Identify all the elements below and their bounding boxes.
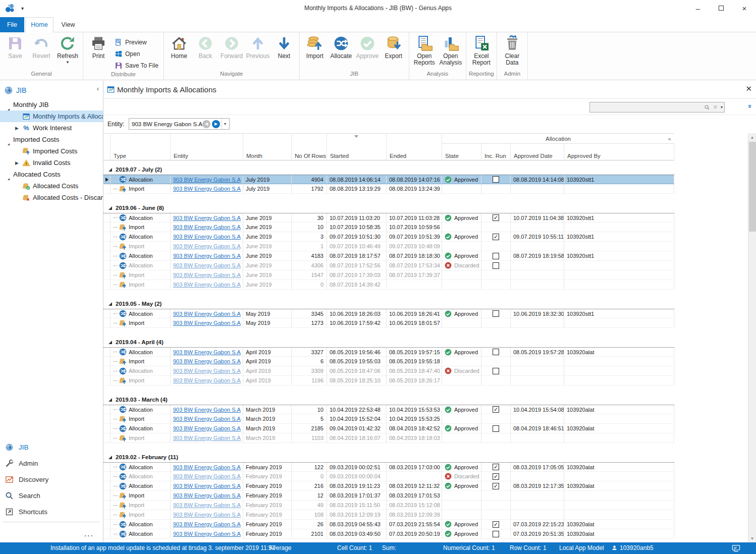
maximize-button[interactable]	[710, 0, 733, 16]
sidebar-item-imported-costs[interactable]: Imported Costs	[0, 145, 103, 157]
group-header-row[interactable]: 2019.02 - February (11)	[103, 452, 674, 462]
entity-next-icon[interactable]: ▶	[212, 120, 220, 128]
column-header-type[interactable]: Type	[111, 134, 171, 161]
inc-run-checkbox[interactable]	[493, 253, 499, 259]
ribbon-button-preview[interactable]: Preview	[112, 36, 161, 48]
expander-icon[interactable]: ▶	[15, 126, 20, 131]
entity-link[interactable]: 903 BW Energy Gabon S.A	[173, 272, 241, 278]
entity-link[interactable]: 903 BW Energy Gabon S.A	[173, 464, 241, 470]
inc-run-checkbox[interactable]: ✓	[493, 464, 499, 470]
table-row[interactable]: Import903 BW Energy Gabon S.AMarch 20191…	[103, 433, 674, 443]
group-header-row[interactable]: 2019.04 - April (4)	[103, 337, 674, 347]
column-header-approved-date[interactable]: Approved Date	[511, 144, 564, 161]
sidebar-item-invalid-costs[interactable]: ▶!Invalid Costs	[0, 157, 103, 169]
group-header-row[interactable]: 2019.07 - July (2)	[103, 164, 674, 175]
entity-link[interactable]: 903 BW Energy Gabon S.A	[173, 368, 241, 374]
table-row[interactable]: Import903 BW Energy Gabon S.AMarch 20195…	[103, 414, 674, 424]
group-expander-icon[interactable]	[109, 206, 112, 210]
sidebar-item-allocated-costs-discarded[interactable]: Allocated Costs - Discarded	[0, 192, 103, 203]
table-row[interactable]: Allocation903 BW Energy Gabon S.AJune 20…	[103, 251, 674, 261]
sidebar-collapse-icon[interactable]: ‹	[97, 85, 99, 92]
table-row[interactable]: Allocation903 BW Energy Gabon S.AJune 20…	[103, 261, 674, 270]
table-row[interactable]: Allocation903 BW Energy Gabon S.AMay 201…	[103, 309, 674, 318]
table-row[interactable]: Import903 BW Energy Gabon S.AJune 201910…	[103, 223, 674, 232]
table-row[interactable]: Import903 BW Energy Gabon S.AJune 201910…	[103, 242, 674, 251]
inc-run-checkbox[interactable]	[493, 176, 499, 183]
table-row[interactable]: Import903 BW Energy Gabon S.AFebruary 20…	[103, 491, 674, 501]
column-header-incrun[interactable]: Inc. Run	[481, 144, 511, 161]
vertical-scrollbar[interactable]: ▲ ▼	[748, 133, 756, 542]
entity-link[interactable]: 903 BW Energy Gabon S.A	[173, 234, 241, 240]
entity-link[interactable]: 903 BW Energy Gabon S.A	[173, 502, 241, 508]
group-expander-icon[interactable]	[109, 302, 112, 306]
inc-run-checkbox[interactable]: ✓	[493, 473, 499, 480]
table-row[interactable]: Import903 BW Energy Gabon S.AFebruary 20…	[103, 510, 674, 520]
ribbon-button-save-to-file[interactable]: Save To File	[112, 60, 161, 71]
more-options-button[interactable]: ...	[84, 529, 94, 538]
table-row[interactable]: Allocation903 BW Energy Gabon S.AApril 2…	[103, 347, 674, 357]
sidebar-nav-admin[interactable]: Admin	[0, 455, 103, 471]
column-header-month[interactable]: Month	[243, 134, 292, 161]
table-row[interactable]: Allocation903 BW Energy Gabon S.AMarch 2…	[103, 405, 674, 414]
scroll-down-icon[interactable]: ▼	[748, 534, 756, 542]
table-row[interactable]: Allocation903 BW Energy Gabon S.AApril 2…	[103, 366, 674, 376]
entity-link[interactable]: 903 BW Energy Gabon S.A	[173, 377, 241, 383]
entity-link[interactable]: 903 BW Energy Gabon S.A	[173, 435, 241, 441]
search-icon[interactable]	[704, 104, 710, 110]
sidebar-item-work-interest[interactable]: ▶%Work Interest	[0, 122, 103, 134]
table-row[interactable]: Allocation903 BW Energy Gabon S.AFebruar…	[103, 481, 674, 491]
table-row[interactable]: Import903 BW Energy Gabon S.AFebruary 20…	[103, 501, 674, 510]
ribbon-button-open-analysis[interactable]: Open Analysis	[438, 33, 464, 66]
column-header-entity[interactable]: Entity	[171, 134, 243, 161]
group-header-row[interactable]: 2019.03 - March (4)	[103, 395, 674, 405]
entity-link[interactable]: 903 BW Energy Gabon S.A	[173, 253, 241, 259]
expand-filter-icon[interactable]: »	[746, 104, 754, 108]
entity-link[interactable]: 903 BW Energy Gabon S.A	[173, 262, 241, 268]
table-row[interactable]: Import903 BW Energy Gabon S.AApril 20191…	[103, 376, 674, 385]
entity-link[interactable]: 903 BW Energy Gabon S.A	[173, 186, 241, 192]
table-row[interactable]: Allocation903 BW Energy Gabon S.AFebruar…	[103, 529, 674, 539]
table-row[interactable]: Allocation903 BW Energy Gabon S.AFebruar…	[103, 520, 674, 529]
entity-link[interactable]: 903 BW Energy Gabon S.A	[173, 407, 241, 413]
entity-link[interactable]: 903 BW Energy Gabon S.A	[173, 492, 241, 498]
tab-home[interactable]: Home	[25, 17, 53, 32]
table-row[interactable]: Import903 BW Energy Gabon S.AJune 201915…	[103, 270, 674, 280]
group-expander-icon[interactable]	[109, 456, 112, 459]
inc-run-checkbox[interactable]	[493, 368, 499, 374]
entity-link[interactable]: 903 BW Energy Gabon S.A	[173, 311, 241, 317]
ribbon-button-allocate[interactable]: Allocate	[328, 33, 354, 60]
ribbon-button-open[interactable]: Open	[112, 48, 161, 60]
entity-link[interactable]: 903 BW Energy Gabon S.A	[173, 512, 241, 518]
table-row[interactable]: Allocation903 BW Energy Gabon S.AMarch 2…	[103, 424, 674, 433]
entity-link[interactable]: 903 BW Energy Gabon S.A	[173, 473, 241, 479]
table-row[interactable]: Allocation903 BW Energy Gabon S.AJune 20…	[103, 213, 674, 223]
inc-run-checkbox[interactable]	[493, 262, 499, 269]
entity-combobox[interactable]: 903 BW Energy Gabon S.A ◀ ▶ ▾	[129, 118, 230, 130]
expander-icon[interactable]	[6, 136, 11, 143]
expander-icon[interactable]	[6, 171, 11, 178]
entity-link[interactable]: 903 BW Energy Gabon S.A	[173, 483, 241, 489]
inc-run-checkbox[interactable]	[493, 349, 499, 355]
sidebar-item-allocated-costs[interactable]: Allocated Costs	[0, 180, 103, 192]
entity-link[interactable]: 903 BW Energy Gabon S.A	[173, 531, 241, 537]
table-row[interactable]: Allocation903 BW Energy Gabon S.AFebruar…	[103, 462, 674, 472]
scrollbar-thumb[interactable]	[749, 142, 756, 232]
ribbon-button-export[interactable]: Export	[381, 33, 407, 60]
column-header-started[interactable]: Started	[327, 134, 387, 161]
entity-link[interactable]: 903 BW Energy Gabon S.A	[173, 416, 241, 422]
inc-run-checkbox[interactable]	[493, 425, 499, 432]
dropdown-caret-icon[interactable]: ▼	[66, 60, 70, 65]
minimize-button[interactable]: –	[686, 0, 710, 16]
tab-file[interactable]: File	[0, 17, 24, 32]
column-header-ended[interactable]: Ended	[387, 134, 442, 161]
table-row[interactable]: Import903 BW Energy Gabon S.AJune 201900…	[103, 280, 674, 290]
collapse-band-icon[interactable]: «	[668, 136, 671, 142]
ribbon-button-print[interactable]: Print	[85, 33, 112, 60]
entity-link[interactable]: 903 BW Energy Gabon S.A	[173, 358, 241, 364]
entity-link[interactable]: 903 BW Energy Gabon S.A	[173, 224, 241, 230]
table-row[interactable]: Allocation903 BW Energy Gabon S.AFebruar…	[103, 472, 674, 481]
tab-view[interactable]: View	[55, 17, 82, 32]
notification-icon[interactable]	[732, 544, 740, 553]
entity-link[interactable]: 903 BW Energy Gabon S.A	[173, 215, 241, 221]
sidebar-nav-discovery[interactable]: Discovery	[0, 471, 103, 487]
